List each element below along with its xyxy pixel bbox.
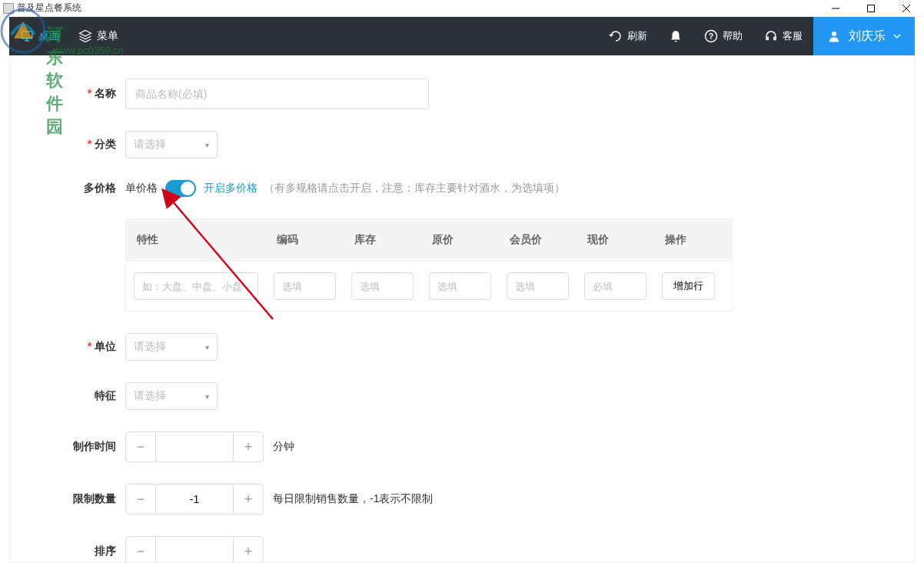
multiprice-toggle[interactable]: [165, 180, 196, 197]
refresh-icon: [609, 29, 623, 43]
add-row-button[interactable]: 增加行: [662, 272, 715, 300]
cooktime-decrement[interactable]: −: [125, 431, 156, 462]
cooktime-increment[interactable]: +: [233, 431, 264, 462]
feature-label: 特征: [56, 389, 125, 403]
form-content: 名称 分类 请选择 ▾ 多价格 单价格 开启多价格 （有多规格请点击开启，注意：…: [9, 55, 915, 563]
sort-input[interactable]: [156, 536, 233, 563]
limit-stepper: − +: [125, 484, 264, 515]
th-current-price: 现价: [577, 219, 654, 262]
th-original-price: 原价: [421, 219, 499, 262]
svg-rect-5: [22, 32, 32, 38]
limit-hint: 每日限制销售数量，-1表示不限制: [273, 492, 433, 506]
stack-icon: [78, 29, 92, 43]
service-button[interactable]: 客服: [753, 17, 813, 55]
headset-icon: [764, 29, 778, 43]
feature-input[interactable]: [134, 272, 258, 300]
maximize-icon: [867, 5, 875, 12]
member-price-input[interactable]: [507, 272, 569, 300]
th-action: 操作: [654, 219, 732, 262]
user-name: 刘庆乐: [849, 28, 886, 45]
name-input[interactable]: [125, 78, 429, 109]
notifications-button[interactable]: [658, 17, 693, 55]
sort-stepper: − +: [125, 536, 264, 563]
desktop-icon: [20, 29, 34, 43]
cooktime-stepper: − +: [125, 431, 264, 462]
limit-increment[interactable]: +: [233, 484, 264, 515]
feature-select[interactable]: 请选择 ▾: [125, 382, 218, 410]
minimize-icon: [832, 5, 839, 12]
sort-label: 排序: [56, 545, 125, 558]
nav-tab-desktop[interactable]: 桌面: [20, 29, 60, 43]
window-title: 普及星点餐系统: [17, 2, 81, 15]
help-button[interactable]: ? 帮助: [693, 17, 753, 55]
category-label: 分类: [56, 138, 125, 152]
limit-label: 限制数量: [56, 492, 125, 506]
nav-tab-menu[interactable]: 菜单: [78, 29, 118, 43]
category-select[interactable]: 请选择 ▾: [125, 131, 218, 158]
table-row: 增加行: [126, 262, 732, 311]
feature-placeholder: 请选择: [134, 389, 166, 403]
app-icon: [3, 3, 14, 14]
multiprice-label: 多价格: [56, 182, 125, 195]
price-table: 特性 编码 库存 原价 会员价 现价 操作 增加行: [125, 218, 733, 311]
nav-tab-menu-label: 菜单: [97, 29, 118, 43]
chevron-down-icon: [893, 32, 901, 40]
nav-tab-desktop-label: 桌面: [38, 29, 60, 43]
close-icon: [902, 5, 910, 12]
refresh-button[interactable]: 刷新: [598, 17, 658, 55]
chevron-down-icon: ▾: [205, 392, 209, 401]
enable-multiprice-label: 开启多价格: [204, 182, 258, 195]
close-button[interactable]: [889, 0, 924, 17]
minimize-button[interactable]: [818, 0, 853, 17]
sort-decrement[interactable]: −: [125, 536, 156, 563]
single-price-label: 单价格: [125, 182, 158, 195]
th-stock: 库存: [344, 219, 421, 262]
svg-point-10: [832, 32, 836, 36]
service-label: 客服: [783, 29, 803, 43]
window-titlebar: 普及星点餐系统: [0, 0, 924, 17]
main-navbar: 桌面 菜单 刷新 ? 帮助 客服 刘庆乐: [9, 17, 915, 55]
help-icon: ?: [704, 29, 718, 43]
svg-rect-1: [868, 5, 875, 12]
unit-placeholder: 请选择: [134, 340, 166, 354]
current-price-input[interactable]: [584, 272, 646, 300]
cooktime-input[interactable]: [156, 431, 233, 462]
user-menu[interactable]: 刘庆乐: [813, 17, 915, 55]
refresh-label: 刷新: [627, 29, 647, 43]
user-icon: [827, 29, 841, 43]
help-label: 帮助: [723, 29, 743, 43]
multiprice-hint: （有多规格请点击开启，注意：库存主要针对酒水，为选填项）: [264, 182, 565, 195]
category-placeholder: 请选择: [134, 138, 166, 152]
limit-input[interactable]: [156, 484, 233, 515]
th-code: 编码: [266, 219, 344, 262]
limit-decrement[interactable]: −: [125, 484, 156, 515]
th-member-price: 会员价: [499, 219, 577, 262]
chevron-down-icon: ▾: [205, 141, 209, 149]
chevron-down-icon: ▾: [205, 343, 209, 351]
unit-select[interactable]: 请选择 ▾: [125, 333, 218, 361]
cooktime-label: 制作时间: [56, 440, 125, 454]
th-feature: 特性: [126, 219, 266, 262]
stock-input[interactable]: [351, 272, 414, 300]
original-price-input[interactable]: [429, 272, 491, 300]
maximize-button[interactable]: [853, 0, 889, 17]
code-input[interactable]: [274, 272, 336, 300]
bell-icon: [669, 29, 683, 43]
unit-label: 单位: [56, 340, 125, 354]
name-label: 名称: [56, 87, 125, 101]
sort-increment[interactable]: +: [233, 536, 264, 563]
svg-text:?: ?: [709, 32, 713, 41]
cooktime-unit: 分钟: [273, 440, 294, 454]
